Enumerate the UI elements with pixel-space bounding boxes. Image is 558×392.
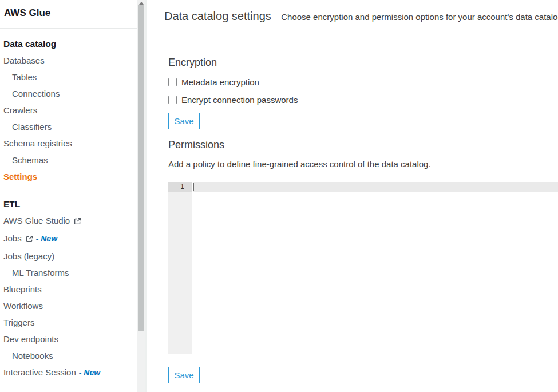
sidebar-item-triggers[interactable]: Triggers bbox=[0, 314, 137, 331]
sidebar-item-classifiers[interactable]: Classifiers bbox=[0, 118, 137, 135]
scrollbar-up-arrow-icon[interactable] bbox=[139, 2, 144, 5]
new-badge: - New bbox=[79, 368, 100, 377]
sidebar: AWS Glue Data catalog Databases Tables C… bbox=[0, 0, 137, 392]
encrypt-passwords-label[interactable]: Encrypt connection passwords bbox=[181, 95, 298, 105]
encrypt-passwords-row: Encrypt connection passwords bbox=[168, 95, 298, 105]
permissions-save-button[interactable]: Save bbox=[168, 367, 200, 383]
metadata-encryption-row: Metadata encryption bbox=[168, 77, 259, 87]
policy-editor[interactable]: 1 bbox=[168, 182, 558, 354]
sidebar-item-notebooks[interactable]: Notebooks bbox=[0, 347, 137, 364]
page-title: Data catalog settings bbox=[164, 10, 271, 22]
sidebar-item-crawlers[interactable]: Crawlers bbox=[0, 102, 137, 118]
external-link-icon bbox=[74, 213, 81, 230]
nav-section-etl: ETL AWS Glue Studio Jobs- New Jobs (lega… bbox=[0, 196, 137, 381]
external-link-icon bbox=[26, 231, 33, 248]
nav-heading-data-catalog: Data catalog bbox=[0, 35, 137, 52]
sidebar-item-label: Interactive Session bbox=[3, 367, 76, 377]
sidebar-item-tables[interactable]: Tables bbox=[0, 69, 137, 85]
metadata-encryption-checkbox[interactable] bbox=[168, 78, 177, 86]
permissions-description: Add a policy to define fine-grained acce… bbox=[168, 159, 431, 169]
new-badge: - New bbox=[36, 234, 57, 243]
sidebar-item-workflows[interactable]: Workflows bbox=[0, 298, 137, 314]
main-content: Data catalog settings Choose encryption … bbox=[147, 0, 558, 392]
sidebar-item-interactive-session[interactable]: Interactive Session- New bbox=[0, 364, 137, 381]
sidebar-item-label: AWS Glue Studio bbox=[3, 216, 70, 225]
sidebar-item-ml-transforms[interactable]: ML Transforms bbox=[0, 264, 137, 281]
encryption-save-button[interactable]: Save bbox=[168, 113, 200, 129]
sidebar-scrollbar[interactable] bbox=[137, 0, 145, 392]
page-subtitle: Choose encryption and permission options… bbox=[281, 12, 558, 22]
scrollbar-thumb[interactable] bbox=[138, 5, 144, 331]
editor-line-number: 1 bbox=[168, 182, 192, 192]
nav-heading-etl: ETL bbox=[0, 196, 137, 212]
sidebar-item-dev-endpoints[interactable]: Dev endpoints bbox=[0, 331, 137, 347]
nav-section-data-catalog: Data catalog Databases Tables Connection… bbox=[0, 35, 137, 185]
sidebar-item-jobs[interactable]: Jobs- New bbox=[0, 230, 137, 248]
sidebar-item-schema-registries[interactable]: Schema registries bbox=[0, 135, 137, 152]
sidebar-item-blueprints[interactable]: Blueprints bbox=[0, 281, 137, 298]
sidebar-item-jobs-legacy[interactable]: Jobs (legacy) bbox=[0, 248, 137, 264]
encrypt-passwords-checkbox[interactable] bbox=[168, 96, 177, 104]
sidebar-nav: Data catalog Databases Tables Connection… bbox=[0, 29, 137, 381]
metadata-encryption-label[interactable]: Metadata encryption bbox=[181, 77, 259, 87]
editor-gutter: 1 bbox=[168, 182, 192, 354]
editor-active-line[interactable] bbox=[193, 182, 558, 192]
editor-cursor bbox=[193, 183, 194, 191]
sidebar-item-schemas[interactable]: Schemas bbox=[0, 152, 137, 168]
page-header: Data catalog settings Choose encryption … bbox=[164, 10, 558, 23]
sidebar-item-connections[interactable]: Connections bbox=[0, 85, 137, 102]
app-title: AWS Glue bbox=[0, 0, 137, 29]
sidebar-item-settings[interactable]: Settings bbox=[0, 168, 137, 185]
sidebar-item-aws-glue-studio[interactable]: AWS Glue Studio bbox=[0, 212, 137, 230]
encryption-heading: Encryption bbox=[168, 57, 217, 69]
sidebar-item-label: Jobs bbox=[3, 233, 22, 243]
sidebar-item-databases[interactable]: Databases bbox=[0, 52, 137, 69]
permissions-heading: Permissions bbox=[168, 139, 224, 151]
